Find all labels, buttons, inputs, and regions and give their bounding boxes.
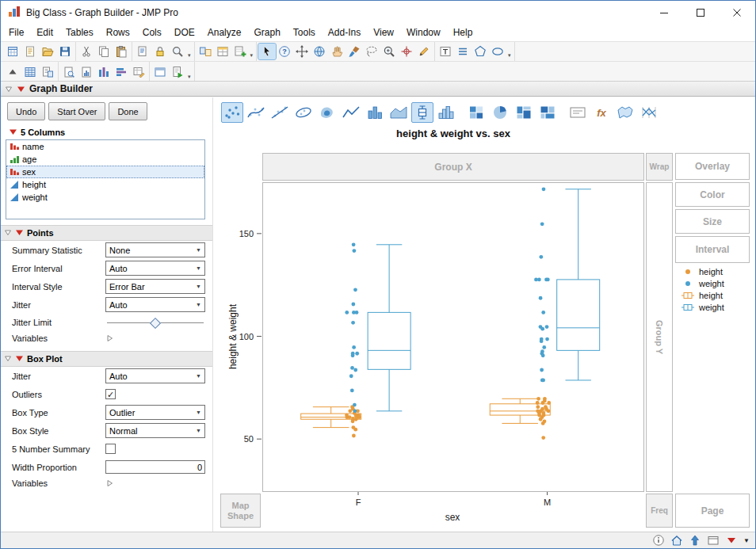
parallel-gallery-icon[interactable] [638,102,660,123]
new-window-button[interactable] [151,64,169,80]
points-section-header[interactable]: Points [1,225,212,241]
dock-toggle-button[interactable] [4,64,21,80]
menu-graph[interactable]: Graph [247,25,286,41]
copy-special-button[interactable] [134,44,151,59]
width-proportion-input[interactable] [105,460,205,474]
zone-color[interactable]: Color [675,182,750,207]
treemap-gallery-icon[interactable] [536,102,559,123]
columns-viewer-button[interactable] [95,64,113,80]
toolbar-overflow-icon[interactable]: ▾ [506,52,513,59]
plot-area[interactable] [262,182,644,492]
move-tool-button[interactable] [293,44,311,59]
menu-tools[interactable]: Tools [287,25,322,41]
column-item-height[interactable]: height [6,178,204,191]
menu-window[interactable]: Window [400,25,447,41]
globe-tool-button[interactable] [311,44,328,59]
disclosure-open-icon[interactable] [4,228,12,238]
menu-edit[interactable]: Edit [30,25,59,41]
red-triangle-menu-icon[interactable] [9,128,17,137]
journal-grid-button[interactable] [39,64,56,80]
magnifier-tool-button[interactable] [380,44,398,59]
variables-disclosure-icon[interactable] [105,331,113,345]
oval-annotation-tool-button[interactable] [489,44,506,59]
minimize-button[interactable] [646,1,682,25]
variables-disclosure-icon[interactable] [105,476,113,490]
new-journal-button[interactable] [21,44,39,59]
menu-cols[interactable]: Cols [136,25,168,41]
menu-tables[interactable]: Tables [59,25,100,41]
formula-gallery-icon[interactable]: fx [590,102,613,123]
rows-viewer-button[interactable] [113,64,130,80]
cut-button[interactable] [78,44,95,59]
menu-add-ins[interactable]: Add-Ins [322,25,367,41]
bar-gallery-icon[interactable] [364,102,386,123]
menu-doe[interactable]: DOE [168,25,201,41]
column-item-age[interactable]: age [6,153,204,166]
close-button[interactable] [719,1,755,25]
box-style-select[interactable]: Normal▼ [105,423,205,438]
mosaic-gallery-icon[interactable] [513,102,535,123]
menu-rows[interactable]: Rows [100,25,136,41]
disclosure-open-icon[interactable] [4,354,12,364]
data-table-grid-button[interactable] [21,64,39,80]
x-axis[interactable]: FMsex [262,492,644,527]
brush-tool-button[interactable] [346,44,363,59]
jitter-select[interactable]: Auto▼ [105,297,205,312]
legend-item-weight-point[interactable]: weight [681,277,724,289]
red-triangle-menu-icon[interactable] [15,228,24,238]
red-triangle-menu-icon[interactable] [17,82,25,96]
up-arrow-icon[interactable] [689,534,701,547]
points-gallery-icon[interactable] [221,102,243,123]
zone-freq[interactable]: Freq [646,494,673,528]
zone-size[interactable]: Size [675,209,750,234]
done-button[interactable]: Done [109,102,147,120]
lasso-tool-button[interactable] [363,44,380,59]
paste-button[interactable] [113,44,130,59]
polygon-annotation-tool-button[interactable] [472,44,489,59]
window-frame-icon[interactable] [707,534,720,547]
box-type-select[interactable]: Outlier▼ [105,405,205,420]
legend-item-height-box[interactable]: height [681,289,724,301]
column-item-sex[interactable]: sex [6,166,204,178]
menu-view[interactable]: View [367,25,400,41]
pie-gallery-icon[interactable] [489,102,511,123]
text-annotation-tool-button[interactable] [437,44,454,59]
zone-interval[interactable]: Interval [675,236,750,263]
copy-button[interactable] [95,44,113,59]
distribution-doc-button[interactable] [78,64,95,80]
home-icon[interactable] [670,534,683,547]
histogram-gallery-icon[interactable] [435,102,457,123]
zone-group-y[interactable]: Group Y [646,182,673,492]
help-tool-button[interactable]: ? [276,44,293,59]
toolbar-overflow-icon[interactable]: ▾ [249,52,255,59]
smoother-gallery-icon[interactable] [245,102,267,123]
info-icon[interactable] [652,534,665,547]
zone-overlay[interactable]: Overlay [675,153,750,180]
area-gallery-icon[interactable] [388,102,410,123]
line-annotation-tool-button[interactable] [454,44,472,59]
map-shape-gallery-icon[interactable] [614,102,636,123]
legend-item-weight-box[interactable]: weight [681,301,724,313]
jitter-limit-slider[interactable] [105,318,205,327]
chevron-down-icon[interactable]: ▼ [743,537,750,544]
toolbar-overflow-icon[interactable]: ▾ [186,74,193,80]
error-interval-select[interactable]: Auto▼ [105,261,205,276]
arrow-tool-button[interactable] [258,44,276,59]
slider-thumb[interactable] [150,317,161,328]
summary-statistic-select[interactable]: None▼ [105,242,205,257]
legend-item-height-point[interactable]: height [681,265,724,277]
graph-builder-outline-header[interactable]: Graph Builder [1,81,755,97]
menu-analyze[interactable]: Analyze [201,25,248,41]
5-number-summary-checkbox[interactable] [105,444,116,454]
menu-help[interactable]: Help [447,25,479,41]
preview-doc-button[interactable] [60,64,78,80]
zone-wrap[interactable]: Wrap [646,153,673,181]
interval-style-select[interactable]: Error Bar▼ [105,279,205,294]
new-data-table-button[interactable] [4,44,21,59]
open-file-button[interactable] [39,44,56,59]
zone-page[interactable]: Page [675,494,750,528]
zone-map-shape[interactable]: Map Shape [220,494,261,528]
menu-file[interactable]: File [2,25,30,41]
maximize-button[interactable] [682,1,719,25]
red-triangle-menu-icon[interactable] [15,354,24,364]
